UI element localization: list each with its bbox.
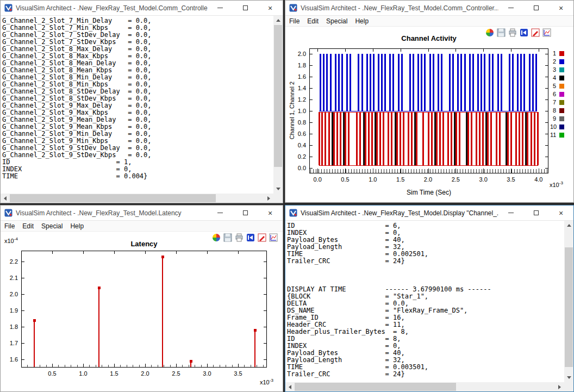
scroll-right-button[interactable]: [264, 194, 273, 203]
message-text-view[interactable]: G_Channel_2_Slot_7_Min_Delay = 0.0, G_Ch…: [1, 16, 273, 194]
channel-1-pulse-bar: [467, 112, 469, 165]
message-text-view[interactable]: ID = 6, INDEX = 0, Payload_Bytes = 40, P…: [285, 221, 564, 382]
scrollbar-thumb[interactable]: [10, 194, 216, 202]
scrollbar-track[interactable]: [10, 194, 264, 203]
y-tick: [22, 278, 24, 278]
y-tick-label: 0.0: [288, 165, 306, 171]
x-minor-tick: [251, 365, 251, 367]
y-tick: [264, 327, 266, 327]
scrollbar-track[interactable]: [564, 230, 573, 373]
channel-1-pulse-bar: [359, 112, 361, 165]
y-tick-label: 1.7: [1, 340, 18, 346]
x-minor-tick: [108, 365, 109, 367]
maximize-button[interactable]: [233, 1, 258, 15]
scroll-up-button[interactable]: [564, 221, 573, 230]
maximize-button[interactable]: [523, 206, 548, 220]
print-icon[interactable]: [234, 233, 244, 242]
channel-2-pulse-bar: [330, 54, 332, 111]
minimize-button[interactable]: [498, 206, 523, 220]
titlebar[interactable]: VisualSim Architect - .New_FlexRay_Test_…: [1, 1, 283, 16]
x-minor-tick: [158, 365, 158, 367]
x-minor-tick: [65, 365, 65, 367]
palette-icon[interactable]: [211, 233, 221, 242]
channel-2-pulse-bar: [477, 54, 479, 111]
legend-swatch: [559, 100, 564, 105]
channel-1-pulse-dark-bar: [414, 112, 416, 165]
scroll-left-button[interactable]: [285, 382, 295, 391]
legend-swatch: [559, 116, 564, 121]
latency-point: [33, 319, 36, 322]
channel-2-pulse-bar: [335, 54, 336, 111]
legend-item[interactable]: 6: [550, 90, 574, 98]
plot-area[interactable]: [21, 251, 267, 368]
legend-item[interactable]: 9: [550, 115, 574, 122]
scroll-down-button[interactable]: [273, 184, 283, 194]
x-tick: [52, 251, 53, 254]
save-icon[interactable]: [496, 28, 506, 38]
y-tick: [22, 262, 24, 262]
scrollbar-thumb[interactable]: [565, 247, 573, 368]
channel-1-pulse-bar: [439, 112, 441, 165]
palette-icon[interactable]: [485, 28, 495, 38]
format-icon[interactable]: [531, 28, 540, 38]
legend-item[interactable]: 3: [550, 66, 574, 73]
scroll-down-button[interactable]: [564, 373, 573, 382]
format-icon[interactable]: [257, 233, 267, 242]
save-icon[interactable]: [223, 233, 233, 242]
y-tick: [264, 343, 266, 344]
channel-2-pulse-bar: [323, 54, 325, 111]
legend-item[interactable]: 11: [550, 131, 574, 139]
y-tick-label: 2.0: [288, 51, 306, 57]
scroll-left-button[interactable]: [1, 194, 10, 203]
scrollbar-thumb[interactable]: [295, 383, 456, 391]
channel-1-pulse-bar: [333, 112, 335, 165]
channel-1-pulse-bar: [487, 112, 489, 165]
scrollbar-corner: [564, 382, 573, 391]
minimize-button[interactable]: [208, 1, 233, 15]
scroll-up-button[interactable]: [273, 16, 283, 25]
window-latency: VisualSim Architect - .New_FlexRay_Test_…: [0, 205, 283, 392]
y-tick: [310, 168, 313, 169]
legend-item[interactable]: 4: [550, 74, 574, 82]
vertical-scrollbar[interactable]: [564, 221, 573, 382]
y-tick-label: 0.2: [288, 153, 306, 160]
y-tick-label: 1.6: [288, 73, 306, 80]
print-icon[interactable]: [508, 28, 517, 38]
horizontal-scrollbar[interactable]: [1, 194, 273, 203]
arrow-left-icon: [289, 385, 291, 389]
scrollbar-track[interactable]: [295, 382, 555, 391]
channel-1-pulse-bar: [416, 112, 417, 165]
fill-plot-icon[interactable]: [519, 28, 529, 38]
y-tick: [264, 359, 266, 360]
titlebar[interactable]: VisualSim Architect - .New_FlexRay_Test_…: [285, 206, 573, 221]
close-button[interactable]: ×: [548, 206, 573, 220]
channel-2-pulse-bar: [424, 54, 426, 111]
channel-2-pulse-bar: [370, 54, 371, 111]
legend-item[interactable]: 8: [550, 107, 574, 114]
latency-stem: [254, 330, 255, 367]
scroll-right-button[interactable]: [555, 382, 564, 391]
x-tick-label: 3.0: [199, 370, 215, 377]
scrollbar-thumb[interactable]: [274, 25, 282, 167]
horizontal-scrollbar[interactable]: [285, 382, 564, 391]
legend-item[interactable]: 5: [550, 82, 574, 90]
y-tick-label: 1.9: [1, 307, 18, 314]
channel-1-pulse-bar: [388, 112, 389, 165]
reset-axes-icon[interactable]: [542, 28, 552, 38]
legend-item[interactable]: 7: [550, 98, 574, 106]
y-tick: [545, 99, 548, 100]
vertical-scrollbar[interactable]: [273, 16, 283, 194]
close-button[interactable]: ×: [258, 1, 283, 15]
x-tick-label: 1.5: [106, 370, 122, 377]
channel-1-pulse-bar: [482, 112, 484, 165]
channel-2-pulse-bar: [449, 54, 451, 111]
legend-item[interactable]: 1: [550, 49, 574, 57]
latency-stem: [162, 257, 163, 367]
scrollbar-track[interactable]: [273, 25, 283, 184]
arrow-left-icon: [4, 196, 7, 201]
reset-axes-icon[interactable]: [269, 233, 278, 242]
channel-1-pulse-bar: [431, 112, 433, 165]
legend-item[interactable]: 10: [550, 123, 574, 130]
fill-plot-icon[interactable]: [246, 233, 255, 242]
legend-item[interactable]: 2: [550, 58, 574, 65]
